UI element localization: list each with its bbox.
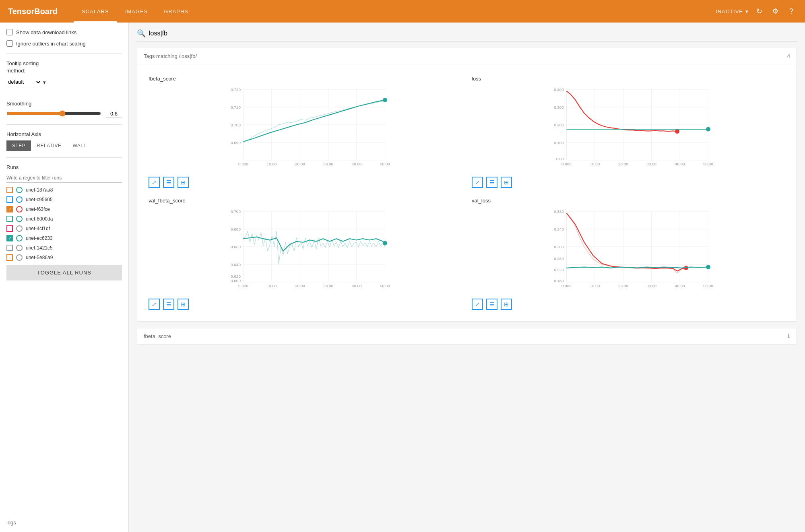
svg-text:0.100: 0.100: [554, 140, 564, 145]
zoom-button[interactable]: ⊞: [501, 299, 512, 310]
chart-card-val-loss: val_loss: [467, 193, 790, 315]
run-item[interactable]: unet-8000da: [6, 215, 122, 223]
chart-card-loss: loss: [467, 71, 790, 193]
status-label: INACTIVE: [716, 8, 743, 14]
divider-2: [6, 94, 122, 94]
chart-actions: ⤢ ☰ ⊞: [149, 299, 462, 310]
run-item[interactable]: unet-1421c5: [6, 244, 122, 252]
run-circle: [16, 235, 23, 241]
data-button[interactable]: ☰: [163, 299, 174, 310]
run-circle: [16, 187, 23, 193]
svg-text:20.00: 20.00: [295, 284, 305, 288]
expand-button[interactable]: ⤢: [472, 177, 483, 188]
chart-actions: ⤢ ☰ ⊞: [472, 299, 785, 310]
run-item[interactable]: unet-f63fce: [6, 205, 122, 213]
run-circle: [16, 196, 23, 203]
svg-text:0.180: 0.180: [554, 278, 564, 283]
app-header: TensorBoard SCALARS IMAGES GRAPHS INACTI…: [0, 0, 805, 23]
chart-actions: ⤢ ☰ ⊞: [149, 177, 462, 188]
svg-text:40.00: 40.00: [352, 284, 362, 288]
smoothing-slider[interactable]: [6, 110, 101, 117]
run-name: unet-8000da: [26, 216, 53, 222]
horizontal-axis-section: Horizontal Axis STEP RELATIVE WALL: [6, 131, 122, 151]
chart-area-loss: 0.400 0.300 0.200 0.100 0.00 0.000 10.00…: [472, 85, 785, 173]
svg-text:0.660: 0.660: [231, 245, 241, 249]
nav-graphs[interactable]: GRAPHS: [156, 0, 196, 23]
run-item[interactable]: unet-ec6233: [6, 234, 122, 242]
run-checkbox[interactable]: [6, 196, 13, 203]
ignore-outliers-checkbox[interactable]: [6, 40, 13, 47]
settings-icon[interactable]: ⚙: [770, 6, 781, 17]
run-checkbox[interactable]: [6, 216, 13, 222]
zoom-button[interactable]: ⊞: [501, 177, 512, 188]
tooltip-select[interactable]: default ascending descending: [6, 77, 41, 87]
run-checkbox[interactable]: [6, 235, 13, 241]
tooltip-dropdown-icon: ▾: [43, 79, 46, 85]
bottom-tag-section: fbeta_score 1: [137, 328, 797, 344]
show-download-toggle[interactable]: Show data download links: [6, 29, 122, 35]
chart-area-val-loss: 0.380 0.340 0.300 0.260 0.220 0.180 0.00…: [472, 207, 785, 295]
main-layout: Show data download links Ignore outliers…: [0, 23, 805, 532]
smoothing-value-input[interactable]: 0.6: [106, 110, 122, 118]
svg-text:0.000: 0.000: [238, 284, 248, 288]
run-checkbox[interactable]: [6, 206, 13, 212]
nav-scalars[interactable]: SCALARS: [74, 0, 117, 23]
bottom-header: fbeta_score 1: [137, 328, 797, 344]
svg-point-69: [383, 241, 387, 245]
ignore-outliers-toggle[interactable]: Ignore outliers in chart scaling: [6, 40, 122, 47]
svg-text:30.00: 30.00: [323, 162, 333, 166]
ignore-outliers-label: Ignore outliers in chart scaling: [16, 41, 86, 47]
run-circle: [16, 225, 23, 232]
axis-step-button[interactable]: STEP: [6, 140, 31, 151]
svg-text:0.00: 0.00: [556, 157, 564, 161]
expand-button[interactable]: ⤢: [149, 299, 160, 310]
bottom-count: 1: [787, 333, 790, 339]
help-icon[interactable]: ?: [786, 6, 797, 17]
chart-svg: 0.380 0.340 0.300 0.260 0.220 0.180 0.00…: [472, 207, 785, 295]
run-item[interactable]: unet-187aa8: [6, 186, 122, 194]
show-download-checkbox[interactable]: [6, 29, 13, 35]
run-item[interactable]: unet-c95605: [6, 196, 122, 204]
runs-filter-input[interactable]: [6, 173, 122, 183]
run-checkbox[interactable]: [6, 187, 13, 193]
main-nav: SCALARS IMAGES GRAPHS: [74, 0, 716, 23]
run-circle: [16, 245, 23, 251]
run-checkbox[interactable]: [6, 254, 13, 261]
svg-text:40.00: 40.00: [352, 162, 362, 166]
run-name: unet-c95605: [26, 197, 53, 202]
svg-text:0.300: 0.300: [554, 105, 564, 109]
run-checkbox[interactable]: [6, 225, 13, 232]
axis-relative-button[interactable]: RELATIVE: [31, 140, 67, 151]
expand-button[interactable]: ⤢: [149, 177, 160, 188]
data-button[interactable]: ☰: [486, 177, 497, 188]
nav-images[interactable]: IMAGES: [117, 0, 156, 23]
run-item[interactable]: unet-5e86a9: [6, 254, 122, 262]
axis-wall-button[interactable]: WALL: [67, 140, 92, 151]
svg-text:20.00: 20.00: [618, 284, 628, 288]
svg-text:10.00: 10.00: [267, 162, 277, 166]
expand-button[interactable]: ⤢: [472, 299, 483, 310]
svg-text:10.00: 10.00: [267, 284, 277, 288]
run-item[interactable]: unet-4cf1df: [6, 225, 122, 233]
data-button[interactable]: ☰: [163, 177, 174, 188]
status-dropdown[interactable]: INACTIVE ▾: [716, 8, 749, 14]
svg-text:50.00: 50.00: [380, 162, 390, 166]
bottom-title: fbeta_score: [144, 333, 171, 339]
chart-card-val-fbeta: val_fbeta_score: [144, 193, 467, 315]
zoom-button[interactable]: ⊞: [178, 177, 189, 188]
data-button[interactable]: ☰: [486, 299, 497, 310]
divider-3: [6, 124, 122, 125]
search-input[interactable]: loss|fb: [149, 30, 797, 37]
svg-text:0.200: 0.200: [554, 123, 564, 127]
chart-title: val_loss: [472, 198, 785, 204]
svg-text:0.680: 0.680: [231, 227, 241, 231]
svg-text:0.220: 0.220: [554, 268, 564, 272]
tooltip-label: Tooltip sortingmethod:: [6, 60, 122, 74]
horizontal-axis-label: Horizontal Axis: [6, 131, 122, 137]
toggle-all-runs-button[interactable]: TOGGLE ALL RUNS: [6, 265, 122, 280]
run-name: unet-f63fce: [26, 206, 50, 212]
zoom-button[interactable]: ⊞: [178, 299, 189, 310]
smoothing-section: Smoothing 0.6: [6, 101, 122, 118]
refresh-icon[interactable]: ↻: [753, 6, 765, 17]
run-checkbox[interactable]: [6, 245, 13, 251]
